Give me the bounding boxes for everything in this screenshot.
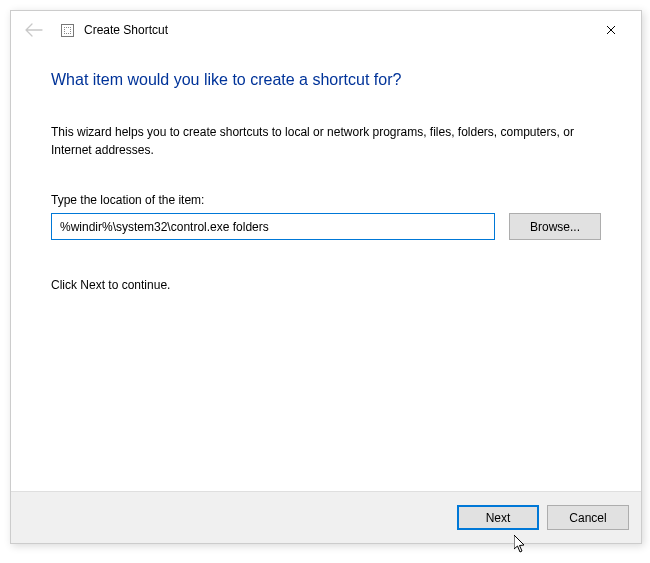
continue-instruction: Click Next to continue. — [51, 278, 601, 292]
wizard-description: This wizard helps you to create shortcut… — [51, 123, 601, 159]
close-button[interactable] — [591, 15, 631, 45]
dialog-title: Create Shortcut — [84, 23, 168, 37]
close-icon — [606, 25, 616, 35]
content-area: What item would you like to create a sho… — [11, 49, 641, 491]
location-input[interactable] — [51, 213, 495, 240]
next-button[interactable]: Next — [457, 505, 539, 530]
shortcut-app-icon — [61, 24, 74, 37]
cancel-button[interactable]: Cancel — [547, 505, 629, 530]
browse-button[interactable]: Browse... — [509, 213, 601, 240]
wizard-headline: What item would you like to create a sho… — [51, 71, 601, 89]
location-row: Browse... — [51, 213, 601, 240]
back-arrow-icon — [25, 23, 43, 37]
location-label: Type the location of the item: — [51, 193, 601, 207]
titlebar: Create Shortcut — [11, 11, 641, 49]
create-shortcut-dialog: Create Shortcut What item would you like… — [10, 10, 642, 544]
dialog-footer: Next Cancel — [11, 491, 641, 543]
